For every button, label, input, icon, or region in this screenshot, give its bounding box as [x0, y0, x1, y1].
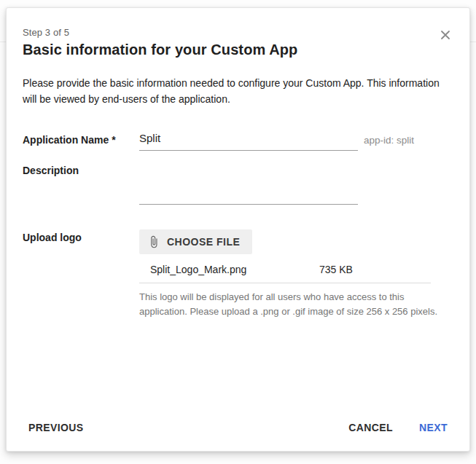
choose-file-label: CHOOSE FILE: [167, 236, 240, 248]
dialog-footer: PREVIOUS CANCEL NEXT: [28, 422, 448, 433]
uploaded-file-row: Split_Logo_Mark.png 735 KB: [139, 264, 448, 275]
close-button[interactable]: [436, 25, 455, 44]
paperclip-icon: [147, 235, 160, 248]
file-size: 735 KB: [319, 264, 353, 275]
dialog-intro: Please provide the basic information nee…: [23, 75, 448, 107]
upload-help-text: This logo will be displayed for all user…: [139, 290, 448, 319]
custom-app-dialog: Step 3 of 5 Basic information for your C…: [6, 7, 470, 452]
file-divider: [139, 283, 431, 283]
upload-logo-col: CHOOSE FILE Split_Logo_Mark.png 735 KB T…: [139, 229, 448, 319]
description-label: Description: [23, 162, 139, 176]
dialog-title: Basic information for your Custom App: [23, 42, 448, 58]
file-name: Split_Logo_Mark.png: [150, 264, 319, 275]
application-name-input[interactable]: [139, 132, 358, 151]
description-input[interactable]: [139, 189, 358, 205]
description-input-col: [139, 162, 358, 205]
close-icon: [440, 30, 450, 40]
step-indicator: Step 3 of 5: [23, 27, 448, 38]
next-button[interactable]: NEXT: [419, 422, 448, 433]
page-background: Step 3 of 5 Basic information for your C…: [0, 0, 476, 464]
application-name-label: Application Name *: [23, 132, 139, 146]
choose-file-button[interactable]: CHOOSE FILE: [139, 229, 252, 254]
upload-logo-row: Upload logo CHOOSE FILE Split_Logo_Mark.…: [23, 229, 448, 319]
previous-button[interactable]: PREVIOUS: [28, 422, 84, 433]
footer-right-actions: CANCEL NEXT: [348, 422, 448, 433]
application-name-input-col: [139, 132, 358, 151]
upload-logo-label: Upload logo: [23, 229, 139, 243]
description-row: Description: [23, 162, 448, 205]
app-id-hint: app-id: split: [364, 132, 414, 146]
application-name-row: Application Name * app-id: split: [23, 132, 448, 151]
cancel-button[interactable]: CANCEL: [348, 422, 393, 433]
